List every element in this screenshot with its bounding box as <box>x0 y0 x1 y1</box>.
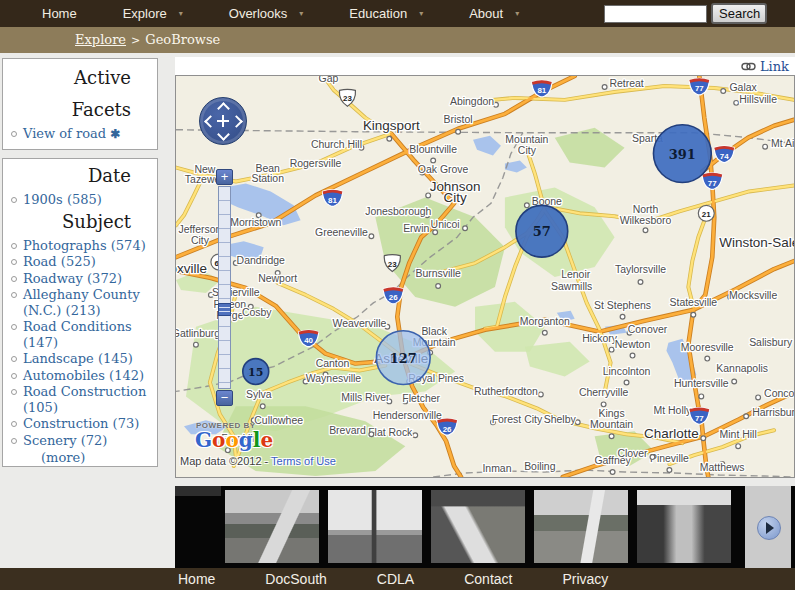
map-pan-control[interactable] <box>199 97 247 145</box>
town-dot <box>494 102 499 107</box>
footer-nav: HomeDocSouthCDLAContactPrivacy <box>0 568 795 590</box>
pan-up-icon[interactable] <box>217 102 230 115</box>
more-facets-link[interactable]: (more) <box>3 450 157 465</box>
facet-item[interactable]: Roadway (372) <box>9 271 153 287</box>
map-link-button[interactable]: Link <box>741 59 789 74</box>
map-label-church-hill: Church Hill <box>311 139 362 150</box>
map-viewport[interactable]: GapRetreatGalaxHillsvilleSpartaMt AiryAb… <box>175 75 795 478</box>
filmstrip-next-panel <box>745 486 791 568</box>
footer-link-home[interactable]: Home <box>178 571 215 587</box>
map-label-conover: Conover <box>628 324 668 335</box>
map-label-forest-city: Forest City <box>492 414 543 425</box>
map-label-charlotte: Charlotte <box>644 426 699 441</box>
map-label-inman: Inman <box>482 463 511 474</box>
town-dot <box>734 100 739 105</box>
facet-item[interactable]: Road Conditions (147) <box>9 319 153 350</box>
map-label-statesville: Statesville <box>670 297 718 308</box>
map-label-mountain-city: City <box>518 145 537 156</box>
thumbnail-photo-curving-mountain-highway[interactable] <box>225 490 319 563</box>
pan-down-icon[interactable] <box>217 128 230 141</box>
town-dot <box>701 436 706 441</box>
nav-item-overlooks[interactable]: Overlooks▾ <box>229 6 304 21</box>
facet-item[interactable]: Alleghany County (N.C.) (213) <box>9 287 153 318</box>
next-arrow-icon <box>766 522 774 534</box>
footer-link-docsouth[interactable]: DocSouth <box>265 571 326 587</box>
facet-item[interactable]: 1900s (585) <box>9 192 153 208</box>
facet-item[interactable]: Scenery (72) <box>9 433 153 449</box>
town-dot <box>369 432 374 437</box>
svg-text:391: 391 <box>669 147 696 162</box>
cluster-marker-391[interactable]: 391 <box>653 125 711 183</box>
map-label-jonesborough: Jonesborough <box>365 206 431 217</box>
bullet-icon <box>11 356 17 362</box>
facet-item[interactable]: Construction (73) <box>9 416 153 432</box>
cluster-marker-15[interactable]: 15 <box>243 359 269 385</box>
footer-link-privacy[interactable]: Privacy <box>562 571 608 587</box>
remove-facet-icon[interactable]: ✱ <box>110 127 120 141</box>
svg-text:57: 57 <box>533 224 551 239</box>
facet-item[interactable]: Road Construction (105) <box>9 384 153 415</box>
footer-link-cdla[interactable]: CDLA <box>377 571 414 587</box>
zoom-slider-track[interactable] <box>218 186 231 389</box>
zoom-slider-handle[interactable] <box>218 303 231 316</box>
map-label-brevard: Brevard <box>329 425 366 436</box>
map-label-cosby: Cosby <box>242 307 272 318</box>
active-facet-item[interactable]: View of road✱ <box>9 126 153 143</box>
bullet-icon <box>11 292 17 298</box>
chevron-down-icon: ▾ <box>179 9 183 18</box>
nav-item-about[interactable]: About▾ <box>469 6 519 21</box>
cluster-marker-57[interactable]: 57 <box>516 205 568 257</box>
thumbnail-photo-graded-dirt-road[interactable] <box>431 490 525 563</box>
highway-shield-21: 21 <box>698 205 714 221</box>
active-facet-label[interactable]: View of road <box>23 126 106 141</box>
map-label-blountville: Blountville <box>409 144 457 155</box>
photo-filmstrip <box>175 486 795 568</box>
search-input[interactable] <box>604 5 707 23</box>
town-dot <box>575 420 580 425</box>
map-header: Link <box>175 57 795 75</box>
map-label-cherryville: Cherryville <box>579 387 629 398</box>
thumbnail-photo-tree-lined-road[interactable] <box>637 490 731 563</box>
map-link-label[interactable]: Link <box>760 59 789 74</box>
map-label-clover: Clover <box>617 448 648 459</box>
town-dot <box>524 203 529 208</box>
search-button[interactable]: Search <box>711 3 767 24</box>
town-dot <box>691 312 696 317</box>
town-dot <box>763 144 768 149</box>
filmstrip-next-button[interactable] <box>757 516 781 540</box>
map-canvas[interactable]: GapRetreatGalaxHillsvilleSpartaMt AiryAb… <box>176 76 794 477</box>
facet-item[interactable]: Photographs (574) <box>9 238 153 254</box>
facet-item[interactable]: Landscape (145) <box>9 351 153 367</box>
svg-text:77: 77 <box>708 179 717 188</box>
bullet-icon <box>11 259 17 265</box>
town-dot <box>624 380 629 385</box>
chevron-down-icon: ▾ <box>515 9 519 18</box>
cluster-marker-127[interactable]: 127 <box>376 331 430 385</box>
terms-of-use-link[interactable]: Terms of Use <box>271 455 336 467</box>
pan-center-icon[interactable] <box>217 115 229 127</box>
pan-left-icon[interactable] <box>204 115 217 128</box>
zoom-out-button[interactable]: − <box>216 390 233 406</box>
map-label-erwin: Erwin <box>403 223 429 234</box>
pan-right-icon[interactable] <box>230 115 243 128</box>
footer-link-contact[interactable]: Contact <box>464 571 512 587</box>
thumbnail-photo-roadside-sign-post[interactable] <box>328 490 422 563</box>
bullet-icon <box>11 389 17 395</box>
breadcrumb-explore-link[interactable]: Explore <box>75 32 126 47</box>
town-dot <box>736 444 741 449</box>
nav-item-explore[interactable]: Explore▾ <box>123 6 183 21</box>
nav-item-home[interactable]: Home <box>42 6 77 21</box>
map-label-shelby: Shelby <box>544 414 577 425</box>
map-label-taylorsville: Taylorsville <box>615 264 666 275</box>
map-label-waynesville: Waynesville <box>306 373 362 384</box>
thumbnail-photo-road-with-marker-sign[interactable] <box>534 490 628 563</box>
map-label-burnsville: Burnsville <box>416 268 461 279</box>
zoom-in-button[interactable]: + <box>216 169 233 185</box>
bullet-icon <box>11 197 17 203</box>
map-label-black-mountain: Black <box>421 326 447 337</box>
map-label-morristown: Morristown <box>230 217 281 228</box>
facet-item[interactable]: Road (525) <box>9 254 153 270</box>
facet-item[interactable]: Automobiles (142) <box>9 368 153 384</box>
google-logo[interactable]: Google <box>195 428 273 452</box>
nav-item-education[interactable]: Education▾ <box>349 6 423 21</box>
